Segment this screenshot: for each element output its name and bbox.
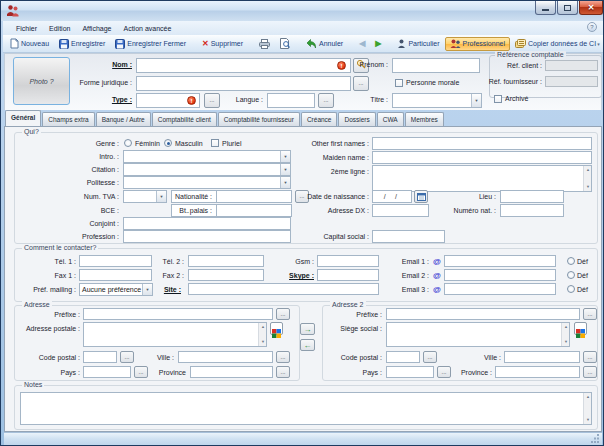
tab-membres[interactable]: Membres (405, 112, 444, 126)
prefixe2-input[interactable] (386, 308, 580, 320)
nouveau-button[interactable]: Nouveau (5, 36, 54, 51)
other-first-names-input[interactable] (372, 137, 592, 150)
title-bar[interactable]: ✕ (1, 1, 604, 21)
adresse-postale-scrollbar[interactable]: ▲ ▼ (258, 323, 266, 346)
print-button[interactable] (254, 37, 275, 51)
close-button[interactable]: ✕ (579, 1, 603, 15)
tab-dossiers[interactable]: Dossiers (338, 112, 375, 126)
minimize-button[interactable] (535, 1, 556, 15)
menu-affichage[interactable]: Affichage (77, 23, 116, 34)
adresse-postale-textarea[interactable] (83, 322, 267, 347)
email2-def-radio[interactable] (567, 271, 575, 279)
prefixe2-browse-button[interactable]: ... (583, 308, 597, 320)
toolbar-overflow-button[interactable]: ▾ (595, 37, 602, 51)
tab-general[interactable]: Général (5, 110, 41, 126)
ville-input[interactable] (178, 351, 273, 363)
print-preview-button[interactable] (275, 36, 295, 51)
enregistrer-button[interactable]: Enregistrer (54, 37, 110, 51)
menu-edition[interactable]: Edition (44, 23, 75, 34)
adresse-map-button[interactable] (270, 322, 283, 335)
adresse-dx-input[interactable] (372, 204, 429, 217)
annuler-button[interactable]: Annuler (301, 37, 348, 51)
chevron-down-icon[interactable]: ▼ (280, 177, 290, 188)
copy-address-left-button[interactable]: ← (300, 339, 315, 351)
skype-label[interactable]: Skype : (264, 272, 314, 280)
scroll-down-icon[interactable]: ▼ (584, 184, 592, 190)
help-icon[interactable]: ? (587, 22, 597, 32)
tab-champs-extra[interactable]: Champs extra (42, 112, 94, 126)
siege-social-textarea[interactable] (386, 322, 570, 347)
pays2-browse-button[interactable]: ... (437, 366, 451, 378)
numero-nat-input[interactable] (500, 204, 564, 217)
pays-input[interactable] (83, 366, 131, 378)
type-browse-button[interactable]: ... (204, 93, 220, 108)
gsm-input[interactable] (317, 255, 379, 267)
email3-input[interactable] (444, 283, 556, 295)
next-button[interactable]: ▶ (370, 38, 386, 50)
scroll-up-icon[interactable]: ▲ (259, 324, 267, 330)
forme-juridique-input[interactable] (136, 76, 351, 91)
pluriel-checkbox[interactable] (211, 139, 219, 147)
copy-address-right-button[interactable]: → (300, 323, 315, 335)
scroll-down-icon[interactable]: ▼ (584, 417, 592, 423)
menu-fichier[interactable]: Fichier (11, 23, 42, 34)
email1-input[interactable] (444, 255, 556, 267)
scroll-up-icon[interactable]: ▲ (562, 324, 570, 330)
email2-at-icon[interactable]: @ (433, 271, 441, 280)
maiden-name-input[interactable] (372, 151, 592, 164)
notes-textarea[interactable] (20, 392, 592, 425)
menu-action-avancee[interactable]: Action avancée (118, 23, 176, 34)
prefixe-input[interactable] (83, 308, 273, 320)
code-postal2-browse-button[interactable]: ... (423, 351, 437, 363)
fax2-input[interactable] (188, 269, 264, 281)
nom-input[interactable] (136, 58, 351, 73)
province-input[interactable] (190, 366, 273, 378)
province2-input[interactable] (495, 366, 580, 378)
citation-select[interactable]: ▼ (123, 163, 291, 176)
genre-feminin-radio[interactable] (124, 139, 132, 147)
forme-juridique-browse-button[interactable]: ... (353, 76, 369, 91)
skype-input[interactable] (317, 269, 379, 281)
adresse2-map-button[interactable] (574, 322, 587, 335)
langue-input[interactable] (267, 93, 315, 108)
email3-at-icon[interactable]: @ (433, 285, 441, 294)
professionnel-button[interactable]: Professionnel (445, 37, 510, 51)
tab-banque-autre[interactable]: Banque / Autre (96, 112, 151, 126)
capital-social-input[interactable] (372, 230, 445, 243)
titre-select[interactable]: ▼ (392, 93, 482, 108)
ville-browse-button[interactable]: ... (276, 351, 290, 363)
scroll-down-icon[interactable]: ▼ (562, 339, 570, 345)
particulier-button[interactable]: Particulier (392, 37, 444, 51)
profession-input[interactable] (123, 230, 291, 243)
prenom-input[interactable] (392, 58, 480, 73)
scroll-up-icon[interactable]: ▲ (584, 394, 592, 400)
type-label[interactable]: Type : (92, 96, 132, 104)
genre-masculin-radio[interactable] (164, 139, 172, 147)
deuxieme-ligne-textarea[interactable] (372, 165, 592, 192)
ville2-input[interactable] (504, 351, 580, 363)
personne-morale-checkbox[interactable] (395, 79, 403, 87)
archive-checkbox[interactable] (494, 95, 502, 103)
tab-comptabilite-client[interactable]: Comptabilité client (152, 112, 217, 126)
province-browse-button[interactable]: ... (276, 366, 290, 378)
tab-creance[interactable]: Créance (301, 112, 338, 126)
email3-def-radio[interactable] (567, 285, 575, 293)
site-label[interactable]: Site : (141, 286, 181, 294)
lieu-input[interactable] (500, 190, 564, 203)
conjoint-input[interactable] (123, 217, 291, 230)
email1-def-radio[interactable] (567, 257, 575, 265)
email2-input[interactable] (444, 269, 556, 281)
tab-cwa[interactable]: CWA (377, 112, 404, 126)
copier-donnees-ci-button[interactable]: Copier données de CI (510, 37, 601, 50)
maximize-button[interactable] (557, 1, 578, 15)
site-input[interactable] (188, 283, 379, 295)
email1-at-icon[interactable]: @ (433, 257, 441, 266)
tel2-input[interactable] (188, 255, 264, 267)
province2-browse-button[interactable]: ... (583, 366, 597, 378)
supprimer-button[interactable]: ✕ Supprimer (197, 38, 248, 50)
code-postal-browse-button[interactable]: ... (120, 351, 134, 363)
chevron-down-icon[interactable]: ▼ (471, 94, 481, 107)
siege-social-scrollbar[interactable]: ▲ ▼ (561, 323, 569, 346)
prefixe-browse-button[interactable]: ... (276, 308, 290, 320)
date-naissance-input[interactable] (372, 190, 412, 203)
